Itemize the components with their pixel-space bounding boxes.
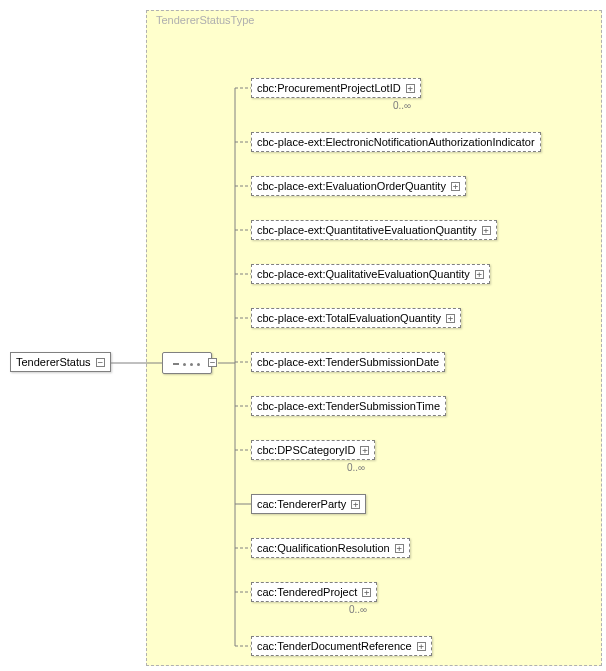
- child-element-label: cac:TenderDocumentReference: [257, 640, 412, 652]
- sequence-dots-icon: [173, 361, 201, 367]
- toggle-plus-icon[interactable]: [362, 588, 371, 597]
- toggle-plus-icon[interactable]: [417, 642, 426, 651]
- toggle-plus-icon[interactable]: [446, 314, 455, 323]
- cardinality-label: 0..∞: [347, 462, 365, 473]
- toggle-plus-icon[interactable]: [351, 500, 360, 509]
- child-element[interactable]: cbc-place-ext:TenderSubmissionTime: [251, 396, 446, 416]
- child-element[interactable]: cbc-place-ext:TenderSubmissionDate: [251, 352, 445, 372]
- child-element-label: cbc:DPSCategoryID: [257, 444, 355, 456]
- toggle-plus-icon[interactable]: [451, 182, 460, 191]
- child-element[interactable]: cbc-place-ext:EvaluationOrderQuantity: [251, 176, 466, 196]
- toggle-plus-icon[interactable]: [482, 226, 491, 235]
- child-element-label: cbc-place-ext:TenderSubmissionTime: [257, 400, 440, 412]
- child-element[interactable]: cbc-place-ext:TotalEvaluationQuantity: [251, 308, 461, 328]
- toggle-plus-icon[interactable]: [475, 270, 484, 279]
- type-name-label: TendererStatusType: [156, 14, 254, 26]
- toggle-plus-icon[interactable]: [360, 446, 369, 455]
- child-element[interactable]: cbc-place-ext:QuantitativeEvaluationQuan…: [251, 220, 497, 240]
- child-element-label: cbc-place-ext:EvaluationOrderQuantity: [257, 180, 446, 192]
- toggle-plus-icon[interactable]: [395, 544, 404, 553]
- toggle-minus-icon[interactable]: [208, 358, 217, 367]
- child-element-label: cac:TenderedProject: [257, 586, 357, 598]
- root-element-label: TendererStatus: [16, 356, 91, 368]
- child-element-label: cbc-place-ext:QualitativeEvaluationQuant…: [257, 268, 470, 280]
- root-element[interactable]: TendererStatus: [10, 352, 111, 372]
- child-element-label: cbc:ProcurementProjectLotID: [257, 82, 401, 94]
- child-element-label: cac:QualificationResolution: [257, 542, 390, 554]
- toggle-minus-icon[interactable]: [96, 358, 105, 367]
- child-element-label: cac:TendererParty: [257, 498, 346, 510]
- child-element[interactable]: cac:TenderedProject: [251, 582, 377, 602]
- sequence-compositor[interactable]: [162, 352, 212, 374]
- cardinality-label: 0..∞: [349, 604, 367, 615]
- child-element[interactable]: cbc:DPSCategoryID: [251, 440, 375, 460]
- type-container: [146, 10, 602, 666]
- child-element[interactable]: cac:TendererParty: [251, 494, 366, 514]
- child-element[interactable]: cbc-place-ext:ElectronicNotificationAuth…: [251, 132, 541, 152]
- cardinality-label: 0..∞: [393, 100, 411, 111]
- child-element-label: cbc-place-ext:QuantitativeEvaluationQuan…: [257, 224, 477, 236]
- child-element-label: cbc-place-ext:TenderSubmissionDate: [257, 356, 439, 368]
- child-element-label: cbc-place-ext:ElectronicNotificationAuth…: [257, 136, 535, 148]
- child-element[interactable]: cbc-place-ext:QualitativeEvaluationQuant…: [251, 264, 490, 284]
- child-element[interactable]: cbc:ProcurementProjectLotID: [251, 78, 421, 98]
- child-element[interactable]: cac:TenderDocumentReference: [251, 636, 432, 656]
- toggle-plus-icon[interactable]: [406, 84, 415, 93]
- child-element-label: cbc-place-ext:TotalEvaluationQuantity: [257, 312, 441, 324]
- child-element[interactable]: cac:QualificationResolution: [251, 538, 410, 558]
